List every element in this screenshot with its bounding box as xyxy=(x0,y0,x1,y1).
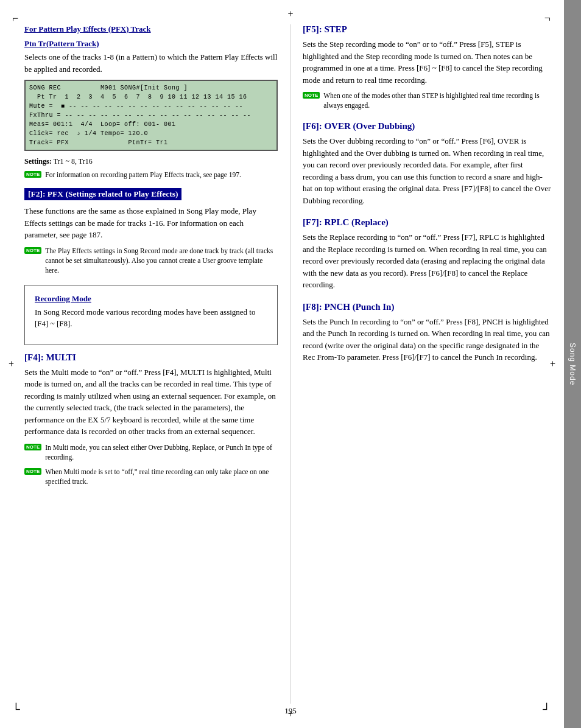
center-mark-left: + xyxy=(9,359,14,369)
note-icon-1: NOTE xyxy=(24,171,41,178)
note-text-5: When one of the modes other than STEP is… xyxy=(323,91,552,110)
left-column: For Pattern Play Effects (PFX) Track Ptn… xyxy=(24,24,278,704)
f7-title: [F7]: RPLC (Replace) xyxy=(303,217,552,228)
sidebar-label: Song Mode xyxy=(568,343,577,385)
settings-label: Settings: Tr1 ~ 8, Tr16 xyxy=(24,157,278,166)
center-mark-right: + xyxy=(550,359,555,369)
recording-mode-box: Recording Mode In Song Record mode vario… xyxy=(24,285,278,345)
corner-mark-bl: └ xyxy=(12,703,20,716)
section-f4: [F4]: MULTI Sets the Multi mode to “on” … xyxy=(24,352,278,486)
note-icon-2: NOTE xyxy=(24,247,41,254)
corner-mark-tl: ⌐ xyxy=(12,12,18,25)
f8-title: [F8]: PNCH (Punch In) xyxy=(303,302,552,312)
f7-body: Sets the Replace recording to “on” or “o… xyxy=(303,231,552,291)
section-f7: [F7]: RPLC (Replace) Sets the Replace re… xyxy=(303,217,552,291)
recording-mode-body: In Song Record mode various recording mo… xyxy=(35,306,267,330)
f4-note1: NOTE In Multi mode, you can select eithe… xyxy=(24,443,278,462)
lcd-row-5: Meas= 001:1 4/4 Loop= off: 001- 001 xyxy=(29,120,273,129)
section-f5: [F5]: STEP Sets the Step recording mode … xyxy=(303,24,552,110)
page-number: 195 xyxy=(284,706,297,716)
sidebar-tab: Song Mode xyxy=(564,0,581,728)
lcd-row-6: Click= rec ♪ 1/4 Tempo= 120.0 xyxy=(29,129,273,138)
lcd-row-7: Track= PFX PtnTr= Tr1 xyxy=(29,138,273,147)
note-icon-5: NOTE xyxy=(303,92,320,99)
note-text-1: For information on recording pattern Pla… xyxy=(45,170,241,180)
f2-title: [F2]: PFX (Settings related to Play Effe… xyxy=(24,188,181,200)
section-pfx-track: For Pattern Play Effects (PFX) Track Ptn… xyxy=(24,24,278,180)
corner-mark-br: ┘ xyxy=(543,703,551,716)
ptn-tr-title: Ptn Tr(Pattern Track) xyxy=(24,39,278,49)
lcd-screen: SONG REC M001 SONG#[Init Song ] Pt Tr 1 … xyxy=(24,80,278,151)
note-text-4: When Multi mode is set to “off,” real ti… xyxy=(45,467,278,486)
recording-mode-title: Recording Mode xyxy=(35,294,267,304)
page: ⌐ ¬ └ ┘ + + + + For Pattern Play Effects… xyxy=(0,0,581,728)
ptn-tr-subsection: Ptn Tr(Pattern Track) Selects one of the… xyxy=(24,39,278,180)
f4-title: [F4]: MULTI xyxy=(24,352,278,363)
f5-body: Sets the Step recording mode to “on” or … xyxy=(303,38,552,86)
f8-body: Sets the Punch In recording to “on” or “… xyxy=(303,316,552,363)
section-f2: [F2]: PFX (Settings related to Play Effe… xyxy=(24,188,278,275)
f4-note2: NOTE When Multi mode is set to “off,” re… xyxy=(24,467,278,486)
note-icon-4: NOTE xyxy=(24,468,41,475)
right-column: [F5]: STEP Sets the Step recording mode … xyxy=(290,24,552,704)
section-f6: [F6]: OVER (Over Dubbing) Sets the Over … xyxy=(303,121,552,206)
center-mark-top: + xyxy=(287,9,293,19)
settings-value: Tr1 ~ 8, Tr16 xyxy=(54,157,93,166)
lcd-row-2: Pt Tr 1 2 3 4 5 6 7 8 9 10 11 12 13 14 1… xyxy=(29,93,273,102)
note-icon-3: NOTE xyxy=(24,444,41,450)
section-f8: [F8]: PNCH (Punch In) Sets the Punch In … xyxy=(303,302,552,363)
ptn-tr-body: Selects one of the tracks 1-8 (in a Patt… xyxy=(24,51,278,75)
f6-title: [F6]: OVER (Over Dubbing) xyxy=(303,121,552,131)
f2-body: These functions are the same as those ex… xyxy=(24,205,278,241)
lcd-row-1: SONG REC M001 SONG#[Init Song ] xyxy=(29,83,273,93)
f5-note: NOTE When one of the modes other than ST… xyxy=(303,91,552,110)
section-pfx-track-title: For Pattern Play Effects (PFX) Track xyxy=(24,24,278,34)
f6-body: Sets the Over dubbing recording to “on” … xyxy=(303,135,552,206)
lcd-row-3: Mute = ■ -- -- -- -- -- -- -- -- -- -- -… xyxy=(29,102,273,111)
f5-title: [F5]: STEP xyxy=(303,24,552,35)
f2-note: NOTE The Play Effects settings in Song R… xyxy=(24,246,278,275)
f4-body: Sets the Multi mode to “on” or “off.” Pr… xyxy=(24,366,278,438)
lcd-row-4: FxThru = -- -- -- -- -- -- -- -- -- -- -… xyxy=(29,111,273,120)
note-text-2: The Play Effects settings in Song Record… xyxy=(45,246,278,275)
ptn-tr-note: NOTE For information on recording patter… xyxy=(24,170,278,180)
main-content: For Pattern Play Effects (PFX) Track Ptn… xyxy=(0,0,564,728)
settings-label-text: Settings: xyxy=(24,157,52,166)
corner-mark-tr: ¬ xyxy=(544,12,551,25)
note-text-3: In Multi mode, you can select either Ove… xyxy=(45,443,278,462)
